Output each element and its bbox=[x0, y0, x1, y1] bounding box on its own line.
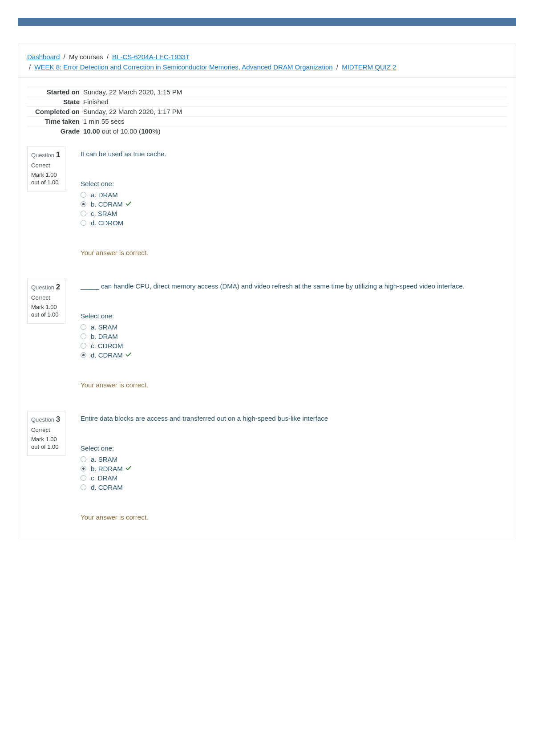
breadcrumb-my-courses: My courses bbox=[69, 53, 103, 61]
answer-option[interactable]: c. DRAM bbox=[81, 473, 507, 483]
summary-label: Completed on bbox=[27, 107, 83, 117]
question-state: Correct bbox=[31, 162, 61, 169]
answer-label: b. DRAM bbox=[91, 333, 118, 340]
summary-label: State bbox=[27, 97, 83, 107]
answer-label: c. DRAM bbox=[91, 474, 117, 482]
answer-option[interactable]: b. CDRAM bbox=[81, 199, 507, 209]
breadcrumb-course[interactable]: BL-CS-6204A-LEC-1933T bbox=[112, 53, 190, 61]
question-number: 2 bbox=[56, 283, 60, 291]
summary-row-completed: Completed on Sunday, 22 March 2020, 1:17… bbox=[27, 107, 507, 117]
breadcrumb-week[interactable]: WEEK 8: Error Detection and Correction i… bbox=[34, 63, 332, 71]
answer-option[interactable]: a. SRAM bbox=[81, 455, 507, 464]
radio-icon[interactable] bbox=[81, 343, 86, 349]
top-bar bbox=[18, 18, 516, 26]
breadcrumb-dashboard[interactable]: Dashboard bbox=[27, 53, 60, 61]
radio-icon[interactable] bbox=[81, 352, 86, 358]
summary-value: Sunday, 22 March 2020, 1:17 PM bbox=[83, 107, 507, 117]
summary-row-started: Started on Sunday, 22 March 2020, 1:15 P… bbox=[27, 87, 507, 97]
radio-icon[interactable] bbox=[81, 220, 86, 226]
radio-icon[interactable] bbox=[81, 466, 86, 471]
summary-label: Started on bbox=[27, 87, 83, 97]
question-content: Entire data blocks are access and transf… bbox=[81, 411, 507, 521]
divider bbox=[18, 77, 516, 78]
radio-icon[interactable] bbox=[81, 475, 86, 481]
answer-feedback: Your answer is correct. bbox=[81, 513, 507, 521]
answer-option[interactable]: c. SRAM bbox=[81, 209, 507, 218]
answer-option[interactable]: d. CDROM bbox=[81, 218, 507, 228]
summary-value: Finished bbox=[83, 97, 507, 107]
questions-container: Question 1CorrectMark 1.00 out of 1.00It… bbox=[18, 142, 516, 539]
select-one-label: Select one: bbox=[81, 444, 507, 452]
question-state: Correct bbox=[31, 294, 61, 301]
question-mark: Mark 1.00 out of 1.00 bbox=[31, 171, 61, 187]
summary-value: 10.00 out of 10.00 (100%) bbox=[83, 126, 507, 136]
answer-label: d. CDRAM bbox=[91, 484, 123, 491]
question-number: 3 bbox=[56, 415, 60, 423]
breadcrumb-sep: / bbox=[62, 53, 67, 61]
question-text: _____ can handle CPU, direct memory acce… bbox=[81, 279, 507, 300]
question-mark: Mark 1.00 out of 1.00 bbox=[31, 436, 61, 451]
question-label: Question bbox=[31, 416, 56, 423]
answer-option[interactable]: a. SRAM bbox=[81, 322, 507, 332]
radio-icon[interactable] bbox=[81, 324, 86, 330]
question-text: Entire data blocks are access and transf… bbox=[81, 411, 507, 432]
grade-end: %) bbox=[152, 127, 160, 135]
radio-icon[interactable] bbox=[81, 333, 86, 339]
question-info-box: Question 1CorrectMark 1.00 out of 1.00 bbox=[27, 146, 65, 191]
page-container: Dashboard / My courses / BL-CS-6204A-LEC… bbox=[18, 44, 516, 539]
radio-icon[interactable] bbox=[81, 456, 86, 462]
answer-option[interactable]: d. CDRAM bbox=[81, 483, 507, 492]
question-block: Question 1CorrectMark 1.00 out of 1.00It… bbox=[18, 142, 516, 274]
answer-label: a. DRAM bbox=[91, 191, 118, 199]
answer-feedback: Your answer is correct. bbox=[81, 249, 507, 256]
answer-option[interactable]: b. RDRAM bbox=[81, 464, 507, 473]
radio-icon[interactable] bbox=[81, 201, 86, 207]
question-content: _____ can handle CPU, direct memory acce… bbox=[81, 279, 507, 389]
radio-icon[interactable] bbox=[81, 192, 86, 198]
answer-option[interactable]: b. DRAM bbox=[81, 332, 507, 341]
question-state: Correct bbox=[31, 427, 61, 433]
answer-label: b. CDRAM bbox=[91, 200, 123, 208]
question-info-box: Question 2CorrectMark 1.00 out of 1.00 bbox=[27, 279, 65, 324]
breadcrumb-sep: / bbox=[27, 63, 32, 71]
check-icon bbox=[125, 351, 132, 359]
summary-label: Time taken bbox=[27, 117, 83, 126]
summary-value: Sunday, 22 March 2020, 1:15 PM bbox=[83, 87, 507, 97]
breadcrumb-quiz[interactable]: MIDTERM QUIZ 2 bbox=[342, 63, 396, 71]
answer-label: c. CDROM bbox=[91, 342, 123, 350]
question-label: Question bbox=[31, 284, 56, 291]
breadcrumb-sep: / bbox=[335, 63, 340, 71]
grade-middle: out of 10.00 ( bbox=[100, 127, 142, 135]
breadcrumb: Dashboard / My courses / BL-CS-6204A-LEC… bbox=[18, 44, 516, 77]
question-content: It can be used as true cache.Select one:… bbox=[81, 146, 507, 256]
breadcrumb-sep: / bbox=[105, 53, 110, 61]
check-icon bbox=[125, 465, 132, 472]
answer-label: c. SRAM bbox=[91, 210, 117, 217]
answer-label: a. SRAM bbox=[91, 323, 117, 331]
quiz-summary-table: Started on Sunday, 22 March 2020, 1:15 P… bbox=[27, 87, 507, 136]
radio-icon[interactable] bbox=[81, 484, 86, 490]
summary-value: 1 min 55 secs bbox=[83, 117, 507, 126]
question-mark: Mark 1.00 out of 1.00 bbox=[31, 304, 61, 319]
question-label: Question bbox=[31, 152, 56, 159]
answer-option[interactable]: a. DRAM bbox=[81, 190, 507, 199]
answer-feedback: Your answer is correct. bbox=[81, 381, 507, 389]
grade-score: 10.00 bbox=[83, 127, 100, 135]
answer-label: d. CDROM bbox=[91, 219, 123, 227]
check-icon bbox=[125, 200, 132, 208]
question-info-box: Question 3CorrectMark 1.00 out of 1.00 bbox=[27, 411, 65, 456]
radio-icon[interactable] bbox=[81, 211, 86, 216]
grade-pct: 100 bbox=[141, 127, 152, 135]
question-block: Question 2CorrectMark 1.00 out of 1.00__… bbox=[18, 274, 516, 406]
question-text: It can be used as true cache. bbox=[81, 146, 507, 167]
summary-label: Grade bbox=[27, 126, 83, 136]
answer-option[interactable]: c. CDROM bbox=[81, 341, 507, 350]
answer-label: a. SRAM bbox=[91, 455, 117, 463]
summary-row-state: State Finished bbox=[27, 97, 507, 107]
summary-row-time: Time taken 1 min 55 secs bbox=[27, 117, 507, 126]
select-one-label: Select one: bbox=[81, 180, 507, 187]
summary-row-grade: Grade 10.00 out of 10.00 (100%) bbox=[27, 126, 507, 136]
answer-option[interactable]: d. CDRAM bbox=[81, 350, 507, 360]
question-block: Question 3CorrectMark 1.00 out of 1.00En… bbox=[18, 406, 516, 539]
question-number: 1 bbox=[56, 150, 60, 159]
